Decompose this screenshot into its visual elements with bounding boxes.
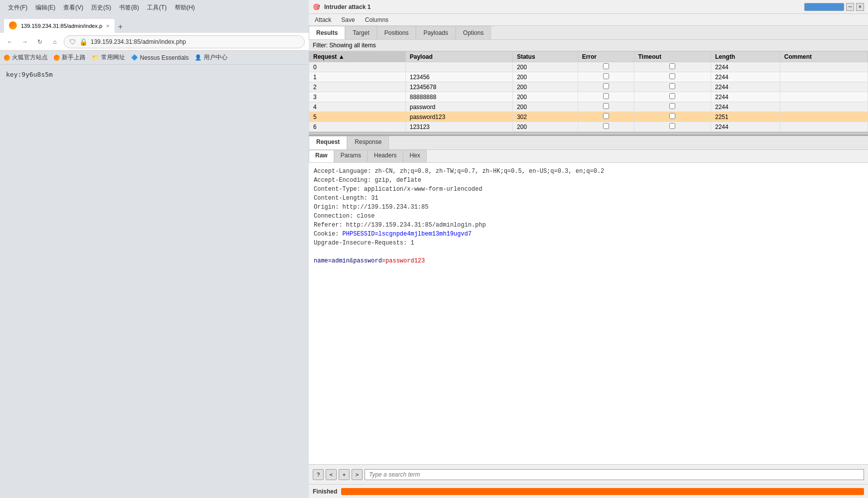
- col-header-payload[interactable]: Payload: [405, 52, 512, 62]
- table-row[interactable]: 4 password 200 2244: [309, 102, 868, 112]
- address-bar[interactable]: 🛡 🔒 139.159.234.31:85/admin/index.php: [64, 35, 305, 48]
- tab-options[interactable]: Options: [456, 26, 491, 39]
- col-header-request[interactable]: Request ▲: [309, 52, 406, 62]
- col-header-length[interactable]: Length: [711, 52, 780, 62]
- usercenter-icon: 👤: [195, 54, 202, 61]
- inner-tab-params[interactable]: Params: [334, 150, 368, 162]
- bookmark-common-sites[interactable]: 📁 常用网址: [92, 53, 125, 62]
- col-header-error[interactable]: Error: [578, 52, 634, 62]
- search-help-button[interactable]: ?: [313, 469, 324, 480]
- tab-positions[interactable]: Positions: [377, 26, 416, 39]
- cell-error[interactable]: [578, 82, 634, 92]
- tab-response[interactable]: Response: [347, 136, 389, 149]
- search-prev-button[interactable]: <: [326, 469, 337, 480]
- cell-error[interactable]: [578, 92, 634, 102]
- cell-payload: 12345678: [405, 82, 512, 92]
- filter-bar: Filter: Showing all items: [309, 40, 868, 51]
- table-row[interactable]: 2 12345678 200 2244: [309, 82, 868, 92]
- search-input[interactable]: [365, 469, 864, 480]
- search-next-button[interactable]: >: [352, 469, 363, 480]
- col-header-comment[interactable]: Comment: [780, 52, 868, 62]
- req-origin: Origin: http://139.159.234.31:85: [314, 203, 863, 212]
- cell-timeout[interactable]: [634, 122, 711, 132]
- req-post-data: name=admin&password=password123: [314, 256, 863, 265]
- navigation-bar: ← → ↻ ⌂ 🛡 🔒 139.159.234.31:85/admin/inde…: [0, 33, 309, 51]
- back-button[interactable]: ←: [4, 36, 16, 48]
- cell-timeout[interactable]: [634, 82, 711, 92]
- cell-status: 200: [512, 82, 578, 92]
- menu-view[interactable]: 查看(V): [63, 3, 83, 12]
- table-row[interactable]: 1 123456 200 2244: [309, 72, 868, 82]
- forward-button[interactable]: →: [19, 36, 31, 48]
- minimize-button[interactable]: ─: [846, 3, 854, 11]
- menu-bookmarks[interactable]: 书签(B): [119, 3, 139, 12]
- burp-menu-attack[interactable]: Attack: [311, 15, 335, 24]
- menu-tools[interactable]: 工具(T): [147, 3, 166, 12]
- burp-window-icon: 🎯: [313, 3, 320, 10]
- burp-menu-save[interactable]: Save: [337, 15, 359, 24]
- cell-error[interactable]: [578, 102, 634, 112]
- cell-comment: [780, 122, 868, 132]
- cell-comment: [780, 82, 868, 92]
- cell-timeout[interactable]: [634, 112, 711, 122]
- burp-menu-columns[interactable]: Columns: [361, 15, 392, 24]
- bookmark-new-user[interactable]: 新手上路: [54, 53, 86, 62]
- cell-timeout[interactable]: [634, 92, 711, 102]
- burp-title-bar: 🎯 Intruder attack 1 ─ ×: [309, 0, 868, 14]
- status-label: Finished: [313, 488, 337, 495]
- cell-request: 6: [309, 122, 406, 132]
- burp-menu-bar: Attack Save Columns: [309, 14, 868, 26]
- bookmark-nessus[interactable]: 🔷 Nessus Essentials: [131, 54, 189, 61]
- cell-payload: 123123: [405, 122, 512, 132]
- burp-window-title: Intruder attack 1: [324, 3, 371, 10]
- col-header-timeout[interactable]: Timeout: [634, 52, 711, 62]
- cell-error[interactable]: [578, 122, 634, 132]
- table-row[interactable]: 6 123123 200 2244: [309, 122, 868, 132]
- bookmark-firefox-official[interactable]: 火狐官方站点: [4, 53, 48, 62]
- inner-tab-hex[interactable]: Hex: [403, 150, 426, 162]
- menu-edit[interactable]: 编辑(E): [35, 3, 55, 12]
- req-cookie: Cookie: PHPSESSID=lscgnpde4mjlbem13mh19u…: [314, 230, 863, 239]
- cell-timeout[interactable]: [634, 102, 711, 112]
- req-accept-encoding: Accept-Encoding: gzip, deflate: [314, 176, 863, 185]
- cell-error[interactable]: [578, 72, 634, 82]
- cell-error[interactable]: [578, 62, 634, 72]
- close-button[interactable]: ×: [856, 3, 864, 11]
- col-header-status[interactable]: Status: [512, 52, 578, 62]
- browser-tab-active[interactable]: 139.159.234.31:85/admin/index.p ×: [4, 19, 115, 33]
- cell-error[interactable]: [578, 112, 634, 122]
- request-body: Accept-Language: zh-CN, zh;q=0.8, zh-TW;…: [309, 163, 868, 464]
- new-tab-button[interactable]: +: [115, 21, 126, 33]
- cell-request: 5: [309, 112, 406, 122]
- table-row[interactable]: 0 200 2244: [309, 62, 868, 72]
- search-bar: ? < + >: [309, 464, 868, 484]
- cell-length: 2244: [711, 92, 780, 102]
- tab-request[interactable]: Request: [309, 136, 347, 149]
- inner-tab-headers[interactable]: Headers: [368, 150, 403, 162]
- tab-results[interactable]: Results: [309, 26, 345, 39]
- cell-timeout[interactable]: [634, 62, 711, 72]
- tab-title: 139.159.234.31:85/admin/index.p: [21, 23, 102, 29]
- cell-length: 2244: [711, 122, 780, 132]
- cell-length: 2244: [711, 102, 780, 112]
- tab-close-button[interactable]: ×: [106, 23, 109, 29]
- menu-file[interactable]: 文件(F): [8, 3, 27, 12]
- cell-status: 302: [512, 112, 578, 122]
- tab-payloads[interactable]: Payloads: [416, 26, 455, 39]
- menu-help[interactable]: 帮助(H): [175, 3, 195, 12]
- reload-button[interactable]: ↻: [34, 36, 46, 48]
- home-button[interactable]: ⌂: [49, 36, 61, 48]
- shield-icon: 🛡: [69, 38, 76, 46]
- inner-tab-raw[interactable]: Raw: [309, 150, 334, 162]
- bookmark-user-center[interactable]: 👤 用户中心: [195, 53, 228, 62]
- tab-target[interactable]: Target: [345, 26, 376, 39]
- cell-length: 2244: [711, 72, 780, 82]
- cell-timeout[interactable]: [634, 72, 711, 82]
- browser-menu-bar: 文件(F) 编辑(E) 查看(V) 历史(S) 书签(B) 工具(T) 帮助(H…: [4, 2, 199, 13]
- table-row[interactable]: 5 password123 302 2251: [309, 112, 868, 122]
- results-table[interactable]: Request ▲ Payload Status Error Timeout L…: [309, 51, 868, 132]
- table-row[interactable]: 3 88888888 200 2244: [309, 92, 868, 102]
- browser-page-content: key:9y6u8s5m: [0, 65, 309, 498]
- search-next-up-button[interactable]: +: [339, 469, 350, 480]
- menu-history[interactable]: 历史(S): [91, 3, 111, 12]
